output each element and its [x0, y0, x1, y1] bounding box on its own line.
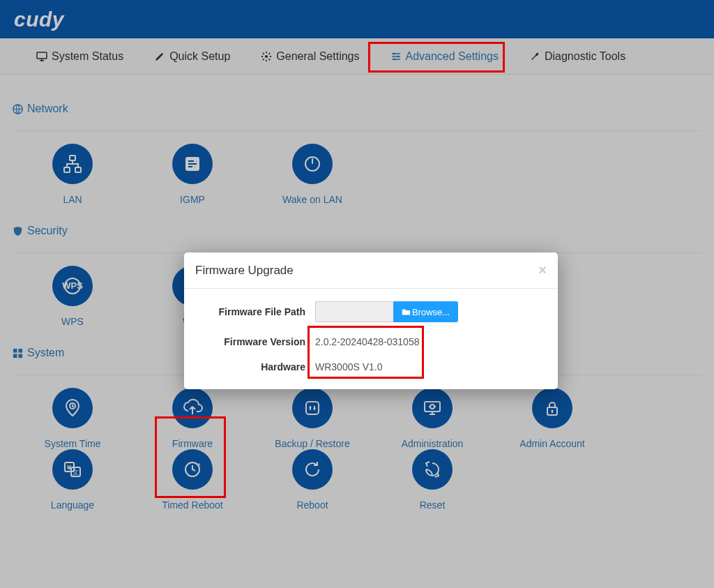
close-icon[interactable]: ×	[538, 262, 547, 278]
hardware-label: Hardware	[198, 361, 315, 372]
version-label: Firmware Version	[198, 336, 315, 347]
modal-header: Firmware Upgrade ×	[184, 252, 558, 289]
folder-icon	[402, 308, 411, 317]
file-path-label: Firmware File Path	[198, 306, 315, 317]
firmware-upgrade-modal: Firmware Upgrade × Firmware File Path Br…	[184, 252, 558, 389]
modal-title: Firmware Upgrade	[195, 264, 294, 278]
file-path-input[interactable]	[315, 301, 393, 322]
browse-button[interactable]: Browse...	[393, 301, 458, 322]
version-value: 2.0.2-20240428-031058	[315, 336, 544, 347]
modal-body: Firmware File Path Browse... Firmware Ve…	[184, 289, 558, 389]
hardware-value: WR3000S V1.0	[315, 361, 544, 372]
